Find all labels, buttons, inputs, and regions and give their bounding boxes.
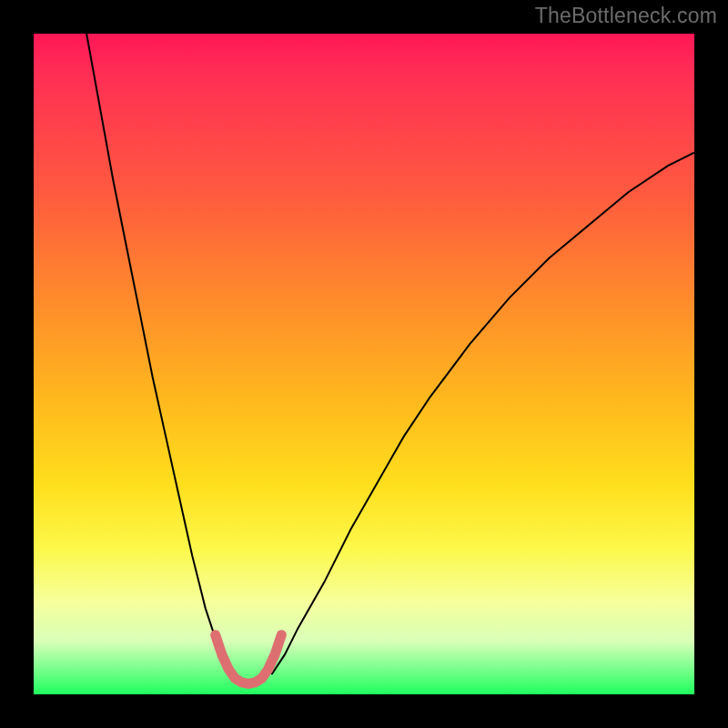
left-branch-path — [86, 34, 232, 674]
watermark-text: TheBottleneck.com — [535, 4, 717, 28]
curve-layer — [34, 34, 694, 694]
highlight-band-path — [216, 635, 282, 684]
right-branch-path — [271, 153, 694, 675]
chart-frame: TheBottleneck.com — [0, 0, 728, 728]
plot-area — [34, 34, 694, 694]
